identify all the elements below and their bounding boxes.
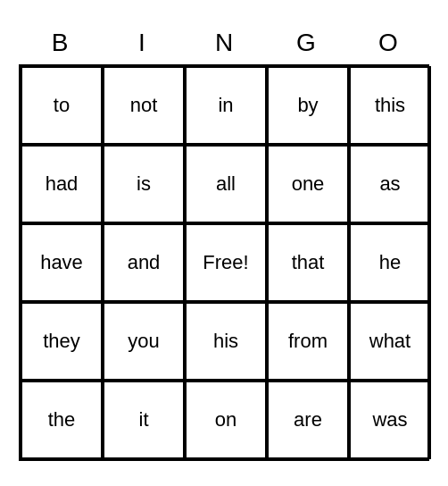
cell-3[interactable]: by [267, 66, 349, 145]
cell-23[interactable]: are [267, 381, 349, 459]
cell-11[interactable]: and [103, 223, 185, 302]
cell-4[interactable]: this [349, 66, 431, 145]
cell-21[interactable]: it [103, 381, 185, 459]
bingo-header: B I N G O [19, 25, 429, 61]
header-i: I [101, 25, 183, 61]
cell-10[interactable]: have [21, 223, 103, 302]
cell-1[interactable]: not [103, 66, 185, 145]
cell-19[interactable]: what [349, 302, 431, 381]
cell-0[interactable]: to [21, 66, 103, 145]
cell-2[interactable]: in [185, 66, 267, 145]
cell-7[interactable]: all [185, 145, 267, 223]
cell-13[interactable]: that [267, 223, 349, 302]
cell-17[interactable]: his [185, 302, 267, 381]
cell-20[interactable]: the [21, 381, 103, 459]
bingo-grid: to not in by this had is all one as have… [19, 64, 429, 461]
header-b: B [19, 25, 101, 61]
cell-24[interactable]: was [349, 381, 431, 459]
bingo-card: B I N G O to not in by this had is all o… [19, 25, 429, 461]
cell-14[interactable]: he [349, 223, 431, 302]
header-g: G [265, 25, 347, 61]
cell-22[interactable]: on [185, 381, 267, 459]
cell-9[interactable]: as [349, 145, 431, 223]
cell-12-free[interactable]: Free! [185, 223, 267, 302]
cell-18[interactable]: from [267, 302, 349, 381]
cell-6[interactable]: is [103, 145, 185, 223]
cell-16[interactable]: you [103, 302, 185, 381]
cell-15[interactable]: they [21, 302, 103, 381]
cell-8[interactable]: one [267, 145, 349, 223]
cell-5[interactable]: had [21, 145, 103, 223]
header-o: O [347, 25, 429, 61]
header-n: N [183, 25, 265, 61]
